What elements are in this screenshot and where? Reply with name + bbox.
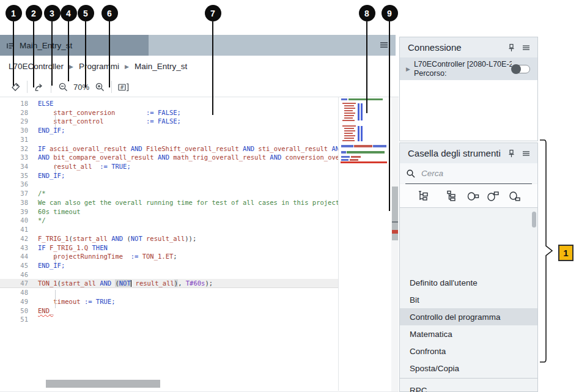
minimap-block <box>341 151 346 153</box>
line-number: 43 <box>0 243 28 253</box>
code-line-40: 40*/ <box>0 216 338 225</box>
rotate-down-icon[interactable] <box>508 190 522 203</box>
toolbox-item[interactable]: Sposta/Copia <box>400 360 537 377</box>
zoom-in-icon[interactable] <box>92 80 108 94</box>
tab-strip: Main_Entry_st <box>0 35 396 56</box>
callout-badge-2: 2 <box>26 5 42 21</box>
line-number: 47 <box>0 279 28 288</box>
line-number: 42 <box>0 234 28 243</box>
editor-toolbar: 70% # <box>0 77 399 97</box>
callout-badge-5: 5 <box>78 5 94 21</box>
bookmark-tag-icon[interactable] <box>7 80 23 94</box>
minimap-block <box>344 105 354 106</box>
connection-panel-header: Connessione <box>400 37 537 57</box>
minimap-block <box>344 117 353 119</box>
pin-icon[interactable] <box>506 149 517 158</box>
expander-icon[interactable]: ▶ <box>406 66 410 72</box>
variable-grid-icon[interactable]: # <box>116 80 131 94</box>
svg-text:#: # <box>120 84 124 90</box>
breadcrumb-item[interactable]: Main_Entry_st <box>135 62 187 71</box>
rotate-right-icon[interactable] <box>466 190 479 203</box>
callout-badge-3: 3 <box>44 5 61 21</box>
line-number: 31 <box>0 135 28 144</box>
code-line-29: 29 start_control := FALSE; <box>0 117 338 126</box>
line-number: 37 <box>0 189 28 198</box>
toolbox-panel-header: Casella degli strumenti <box>400 143 537 163</box>
rotate-up-icon[interactable] <box>486 190 500 203</box>
controller-row[interactable]: ▶ L70EController [2080-L70E-24... Percor… <box>400 57 537 80</box>
toolbox-item[interactable]: RPC <box>400 380 537 392</box>
line-number: 30 <box>0 126 28 135</box>
line-number: 44 <box>0 252 28 261</box>
minimap-block <box>344 133 353 134</box>
toolbar-separator <box>27 81 28 93</box>
code-line-48: 48 <box>0 288 338 297</box>
toolbox-panel: Casella degli strumenti Cerca <box>399 142 538 392</box>
line-number: 34 <box>0 162 28 171</box>
callout-line-5 <box>85 21 86 87</box>
minimap-block <box>341 156 350 158</box>
line-number: 48 <box>0 288 28 297</box>
code-line-47: 47TON_1(start_all AND (NOT result_all), … <box>0 279 338 288</box>
code-line-35: 35END_IF; <box>0 171 338 180</box>
horizontal-scrollbar-thumb[interactable] <box>46 380 160 388</box>
tab-list-menu-icon[interactable] <box>380 40 388 49</box>
line-number: 50 <box>0 306 28 316</box>
tree-view-icon[interactable] <box>417 190 430 203</box>
code-line-50: 50END_ <box>0 306 338 316</box>
callout-line-2 <box>33 21 34 87</box>
breadcrumb-separator-icon: ▶ <box>69 64 73 70</box>
toolbar-separator <box>111 81 112 93</box>
code-area[interactable]: 18ELSE28 start_conversion := FALSE;29 st… <box>0 99 338 327</box>
callout-badge-7: 7 <box>205 5 221 21</box>
toolbox-item[interactable]: Definito dall'utente <box>400 274 537 291</box>
panel-menu-icon[interactable] <box>520 43 531 53</box>
tab-main-entry-st[interactable]: Main_Entry_st <box>0 35 149 56</box>
grouped-view-icon[interactable] <box>444 190 457 203</box>
minimap-block <box>351 156 361 158</box>
callout-badge-4: 4 <box>61 5 77 21</box>
code-line-37: 37/* <box>0 189 338 198</box>
callout-line-4 <box>68 21 69 81</box>
minimap-block <box>373 145 386 147</box>
code-editor[interactable]: 18ELSE28 start_conversion := FALSE;29 st… <box>0 97 399 392</box>
callout-badge-1: 1 <box>6 5 22 21</box>
minimap[interactable] <box>338 97 390 391</box>
code-line-45: 45END_IF; <box>0 261 338 270</box>
pin-icon[interactable] <box>506 43 517 53</box>
connection-panel-title: Connessione <box>408 42 462 53</box>
toolbox-search[interactable]: Cerca <box>400 163 537 183</box>
minimap-block <box>350 159 358 161</box>
callout-line-7 <box>212 21 213 115</box>
line-number: 38 <box>0 198 28 207</box>
line-number: 18 <box>0 99 28 108</box>
minimap-block <box>342 140 355 141</box>
callout-badge-6: 6 <box>101 5 118 21</box>
search-icon <box>406 169 416 179</box>
callout-badge-9: 9 <box>382 5 398 21</box>
toolbox-panel-title: Casella degli strumenti <box>408 148 501 158</box>
callout-line-3 <box>51 21 53 86</box>
code-line-36: 36 <box>0 180 338 189</box>
minimap-block <box>342 125 356 127</box>
toolbox-group-divider <box>400 378 537 379</box>
breadcrumb-item[interactable]: L70EController <box>9 62 64 71</box>
connection-toggle[interactable] <box>512 65 530 73</box>
panel-menu-icon[interactable] <box>520 149 531 158</box>
toolbox-item[interactable]: Controllo del programma <box>400 308 537 325</box>
toolbox-item[interactable]: Bit <box>400 291 537 308</box>
minimap-block <box>344 108 355 109</box>
vertical-scrollbar[interactable] <box>391 97 399 391</box>
minimap-block <box>354 145 372 147</box>
zoom-out-icon[interactable] <box>55 80 71 94</box>
code-line-41: 41 <box>0 225 338 234</box>
toolbox-item[interactable]: Confronta <box>400 342 537 360</box>
toolbox-view-icons <box>400 184 537 208</box>
code-line-46: 46 <box>0 270 338 279</box>
minimap-block <box>344 135 355 136</box>
minimap-block <box>361 126 363 141</box>
toolbox-item[interactable]: Matematica <box>400 325 537 342</box>
minimap-block <box>344 110 353 111</box>
minimap-block <box>358 126 360 141</box>
minimap-block <box>361 103 363 120</box>
